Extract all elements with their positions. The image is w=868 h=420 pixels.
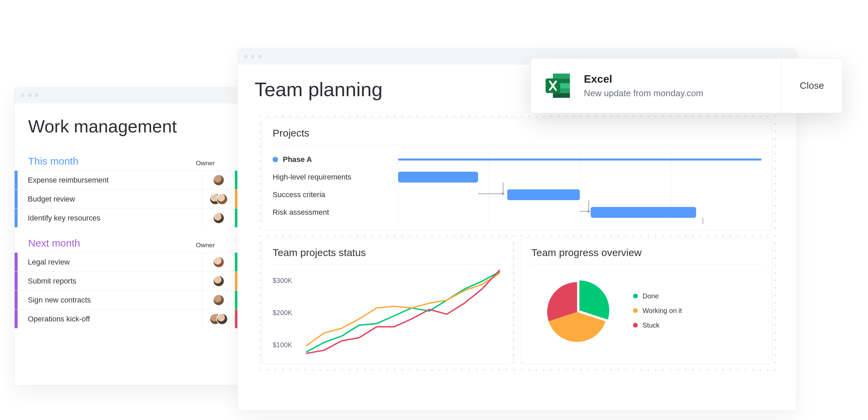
group-header-this-month[interactable]: This month Owner <box>15 145 248 170</box>
owner-cell[interactable] <box>203 190 235 208</box>
task-name: Sign new contracts <box>18 291 203 309</box>
owner-cell[interactable] <box>203 291 235 309</box>
group-name: This month <box>28 155 189 167</box>
excel-notification-toast: Excel New update from monday.com Close <box>531 58 843 113</box>
gantt-bar[interactable] <box>591 207 696 218</box>
owner-cell[interactable] <box>203 310 235 328</box>
close-button[interactable]: Close <box>781 59 842 113</box>
table-row[interactable]: Operations kick-off <box>15 309 248 328</box>
card-title: Team progress overview <box>531 247 762 258</box>
gantt-row[interactable]: Success criteria <box>273 186 762 204</box>
excel-icon <box>543 71 572 100</box>
window-dot-icon <box>35 93 39 97</box>
work-management-title: Work management <box>15 116 248 145</box>
pie-chart <box>541 275 613 346</box>
projects-card: Projects Phase A High-level requirements <box>262 118 772 230</box>
dashboard-grid: Projects Phase A High-level requirements <box>255 111 780 372</box>
owner-cell[interactable] <box>203 171 235 189</box>
table-row[interactable]: Sign new contracts <box>15 290 248 309</box>
avatar-icon <box>213 256 224 268</box>
y-tick: $200K <box>273 309 292 317</box>
group-accent <box>15 291 18 309</box>
avatar-icon <box>216 313 228 325</box>
owner-cell[interactable] <box>203 209 235 227</box>
svg-rect-5 <box>553 93 570 98</box>
legend-dot-icon <box>633 323 638 328</box>
group-accent <box>15 310 18 328</box>
task-name: Submit reports <box>18 272 203 290</box>
owner-cell[interactable] <box>203 272 235 290</box>
group-accent <box>15 272 18 290</box>
dependency-arrow-icon <box>696 218 703 224</box>
task-name: Budget review <box>18 190 203 208</box>
table-row[interactable]: Submit reports <box>15 271 248 290</box>
gantt-row-phase[interactable]: Phase A <box>273 151 762 168</box>
group-accent <box>15 209 18 227</box>
group-accent <box>15 253 18 271</box>
team-projects-status-card: Team projects status $300K $200K $100K <box>262 238 513 364</box>
gantt-bar[interactable] <box>398 159 762 161</box>
pie-legend: Done Working on it Stuck <box>633 289 682 333</box>
legend-item: Working on it <box>633 303 682 318</box>
svg-rect-1 <box>553 74 570 78</box>
owner-column-header: Owner <box>189 241 221 249</box>
task-name: Operations kick-off <box>18 310 203 328</box>
window-dot-icon <box>21 93 24 97</box>
work-management-window: Work management This month Owner Expense… <box>14 87 248 385</box>
task-name: Legal review <box>18 253 203 271</box>
group-header-next-month[interactable]: Next month Owner <box>15 227 248 252</box>
gantt-row[interactable]: High-level requirements <box>273 168 762 186</box>
gantt-label: High-level requirements <box>273 173 351 182</box>
legend-dot-icon <box>633 308 638 313</box>
avatar-icon <box>213 212 224 224</box>
legend-item: Stuck <box>633 318 682 333</box>
task-name: Expense reimbursement <box>18 171 203 189</box>
gantt-label: Risk assessment <box>273 208 329 217</box>
avatar-icon <box>213 275 224 287</box>
gantt-label: Phase A <box>283 155 312 164</box>
window-dot-icon <box>251 55 255 58</box>
gantt-row[interactable]: Risk assessment <box>273 204 762 221</box>
avatar-icon <box>216 193 228 205</box>
table-row[interactable]: Identify key resources <box>15 208 248 227</box>
group-accent <box>15 190 18 208</box>
table-row[interactable]: Expense reimbursement <box>15 170 248 189</box>
group-accent <box>15 171 18 189</box>
card-title: Team projects status <box>273 247 503 258</box>
y-tick: $300K <box>273 277 292 285</box>
toast-subtitle: New update from monday.com <box>584 88 703 99</box>
y-tick: $100K <box>273 341 292 349</box>
card-title: Projects <box>273 127 762 139</box>
avatar-icon <box>213 174 224 186</box>
legend-item: Done <box>633 289 682 303</box>
window-dot-icon <box>244 55 248 58</box>
gantt-bar[interactable] <box>398 172 478 183</box>
avatar-icon <box>213 294 224 306</box>
window-dot-icon <box>258 55 262 58</box>
toast-title: Excel <box>584 73 703 85</box>
legend-dot-icon <box>633 294 638 298</box>
group-name: Next month <box>28 237 189 249</box>
table-row[interactable]: Legal review <box>15 252 248 271</box>
task-name: Identify key resources <box>18 209 203 227</box>
table-row[interactable]: Budget review <box>15 189 248 208</box>
owner-column-header: Owner <box>189 160 221 167</box>
window-dot-icon <box>28 93 32 97</box>
bullet-icon <box>273 157 278 162</box>
window-titlebar <box>15 88 248 103</box>
owner-cell[interactable] <box>203 253 235 271</box>
gantt-bar[interactable] <box>507 189 580 200</box>
gantt-label: Success criteria <box>273 190 325 199</box>
team-progress-overview-card: Team progress overview Done Working on i… <box>521 238 772 364</box>
gantt-chart: Phase A High-level requirements Success … <box>273 151 762 221</box>
line-chart: $300K $200K $100K <box>273 270 503 355</box>
